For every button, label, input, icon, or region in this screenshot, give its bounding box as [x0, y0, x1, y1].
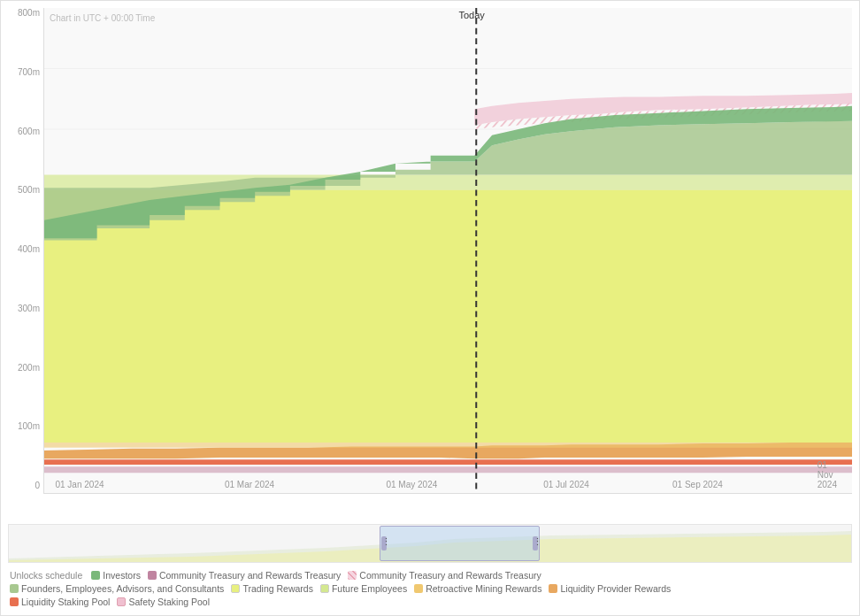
legend-item-founders: Founders, Employees, Advisors, and Consu… [10, 583, 224, 594]
x-label-mar: 01 Mar 2024 [225, 480, 274, 489]
retroactive-color [414, 584, 423, 593]
chart-svg: Today [44, 8, 852, 493]
legend-item-community-treasury-hatched: Community Treasury and Rewards Treasury [348, 570, 541, 581]
svg-marker-11 [44, 190, 852, 443]
y-label-0: 0 [8, 481, 43, 490]
legend-item-retroactive: Retroactive Mining Rewards [414, 583, 541, 594]
minimap[interactable]: ⋮ ⋮ [8, 524, 852, 563]
safety-staking-color [117, 597, 126, 606]
legend-label-liquidity-staking: Liquidity Staking Pool [21, 597, 110, 607]
investors-color [91, 571, 100, 580]
legend-item-trading: Trading Rewards [231, 583, 313, 594]
legend-item-liquidity-staking: Liquidity Staking Pool [10, 597, 110, 607]
y-label-100: 100m [8, 421, 43, 431]
community-treasury-hatched-color [348, 571, 357, 580]
minimap-handle[interactable]: ⋮ ⋮ [380, 526, 540, 561]
legend-area: Unlocks schedule Investors Community Tre… [8, 565, 852, 612]
legend-section-label: Unlocks schedule [10, 570, 82, 581]
legend-label-future-employees: Future Employees [332, 583, 407, 594]
x-label-nov: 01 Nov 2024 [818, 460, 841, 489]
legend-item-safety-staking: Safety Staking Pool [117, 597, 210, 607]
legend-item-future-employees: Future Employees [320, 583, 407, 594]
trading-color [231, 584, 240, 593]
legend-label-safety-staking: Safety Staking Pool [128, 597, 210, 607]
legend-label-investors: Investors [103, 570, 141, 581]
x-label-sep: 01 Sep 2024 [672, 480, 723, 489]
x-label-may: 01 May 2024 [386, 480, 437, 489]
x-label-jul: 01 Jul 2024 [543, 480, 589, 489]
x-label-jan: 01 Jan 2024 [55, 480, 104, 489]
legend-label-trading: Trading Rewards [242, 583, 313, 594]
legend-label-community-treasury-hatched: Community Treasury and Rewards Treasury [359, 570, 541, 581]
legend-label-founders: Founders, Employees, Advisors, and Consu… [21, 583, 224, 594]
minimap-grip-left[interactable]: ⋮ [381, 536, 387, 551]
svg-marker-12 [44, 443, 852, 448]
y-label-600: 600m [8, 127, 43, 136]
legend-item-community-treasury: Community Treasury and Rewards Treasury [148, 570, 341, 581]
legend-row-2: Founders, Employees, Advisors, and Consu… [10, 583, 850, 594]
y-label-800: 800m [8, 8, 43, 18]
y-label-300: 300m [8, 304, 43, 313]
chart-plot[interactable]: Chart in UTC + 00:00 Time [43, 8, 852, 494]
community-treasury-color [148, 571, 157, 580]
today-label: Today [458, 10, 484, 20]
legend-item-investors: Investors [91, 570, 141, 581]
y-label-200: 200m [8, 363, 43, 373]
svg-marker-10 [44, 459, 852, 465]
future-employees-color [320, 584, 329, 593]
x-axis: 01 Jan 2024 01 Mar 2024 01 May 2024 01 J… [80, 468, 852, 493]
founders-color [10, 584, 19, 593]
legend-item-liquidity-provider: Liquidity Provider Rewards [549, 583, 671, 594]
legend-label-retroactive: Retroactive Mining Rewards [426, 583, 541, 594]
legend-label-liquidity-provider: Liquidity Provider Rewards [560, 583, 671, 594]
chart-container: 0 100m 200m 300m 400m 500m 600m 700m 800… [0, 0, 860, 616]
legend-row-3: Liquidity Staking Pool Safety Staking Po… [10, 597, 850, 607]
legend-row-1: Unlocks schedule Investors Community Tre… [10, 570, 850, 581]
chart-area: 0 100m 200m 300m 400m 500m 600m 700m 800… [8, 8, 852, 520]
liquidity-provider-color [549, 584, 557, 593]
y-label-700: 700m [8, 67, 43, 77]
y-label-500: 500m [8, 185, 43, 195]
y-label-400: 400m [8, 244, 43, 254]
legend-label-community-treasury: Community Treasury and Rewards Treasury [159, 570, 341, 581]
utc-label: Chart in UTC + 00:00 Time [50, 13, 155, 23]
minimap-grip-right[interactable]: ⋮ [533, 536, 538, 551]
liquidity-staking-color [10, 597, 19, 606]
y-axis: 0 100m 200m 300m 400m 500m 600m 700m 800… [8, 8, 43, 494]
